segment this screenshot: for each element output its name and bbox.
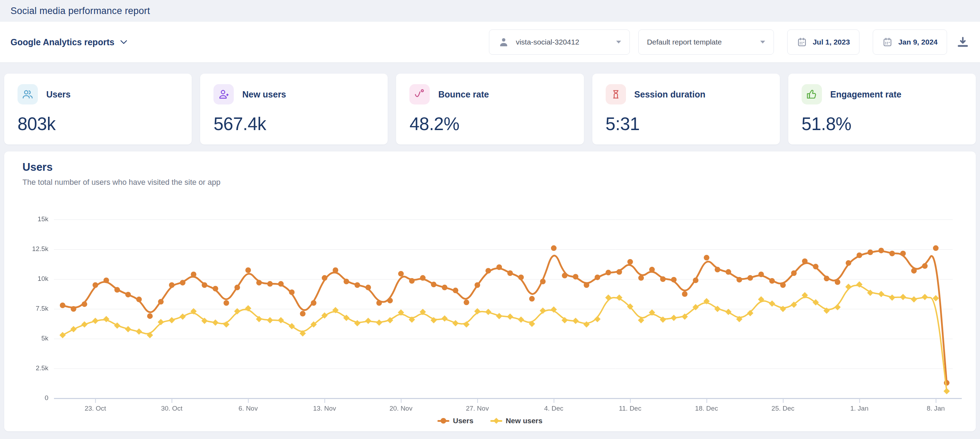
template-select-value: Default report template: [647, 38, 722, 46]
chevron-down-icon: [120, 40, 127, 45]
calendar-icon: [882, 37, 893, 47]
page-title: Social media performance report: [11, 6, 150, 16]
report-type-label: Google Analytics reports: [11, 37, 114, 47]
kpi-label: New users: [242, 89, 286, 100]
chart-legend: Users New users: [4, 417, 976, 425]
users-chart-panel: Users The total number of users who have…: [4, 152, 976, 431]
date-to-input[interactable]: Jan 9, 2024: [873, 29, 947, 55]
account-select-value: vista-social-320412: [516, 38, 579, 46]
kpi-label: Engagement rate: [830, 89, 902, 100]
kpi-value: 567.4k: [213, 113, 374, 134]
report-type-dropdown[interactable]: Google Analytics reports: [11, 37, 127, 47]
kpi-value: 5:31: [606, 113, 767, 134]
toolbar: Google Analytics reports vista-social-32…: [0, 22, 980, 62]
users-line-chart[interactable]: [4, 208, 976, 415]
new-users-series-marker: [490, 420, 502, 422]
kpi-card-new-users: New users 567.4k: [200, 73, 388, 144]
kpi-value: 51.8%: [802, 113, 963, 134]
date-to-value: Jan 9, 2024: [898, 38, 938, 46]
account-select[interactable]: vista-social-320412: [489, 29, 630, 55]
hourglass-icon: [606, 84, 626, 104]
calendar-icon: [797, 37, 807, 47]
kpi-cards-row: Users 803k New users 567.4k: [4, 73, 976, 144]
users-icon: [18, 84, 38, 104]
app-header: Social media performance report: [0, 0, 980, 22]
caret-down-icon: [760, 41, 765, 43]
kpi-label: Users: [46, 89, 71, 100]
bounce-icon: [409, 84, 430, 104]
thumbs-up-icon: [802, 84, 822, 104]
kpi-label: Bounce rate: [438, 89, 488, 100]
kpi-label: Session duration: [635, 89, 706, 100]
person-icon: [498, 36, 510, 48]
caret-down-icon: [616, 41, 621, 43]
date-from-value: Jul 1, 2023: [813, 38, 850, 46]
users-series-marker: [438, 420, 449, 422]
user-plus-icon: [213, 84, 234, 104]
legend-item-users[interactable]: Users: [438, 417, 473, 425]
download-icon: [956, 35, 969, 49]
template-select[interactable]: Default report template: [638, 29, 774, 55]
download-button[interactable]: [956, 35, 969, 49]
legend-item-new-users[interactable]: New users: [490, 417, 542, 425]
kpi-card-bounce-rate: Bounce rate 48.2%: [396, 73, 584, 144]
kpi-card-users: Users 803k: [4, 73, 192, 144]
kpi-value: 803k: [18, 113, 178, 134]
kpi-card-session-duration: Session duration 5:31: [592, 73, 780, 144]
chart-title: Users: [4, 161, 976, 174]
chart-subtitle: The total number of users who have visit…: [4, 177, 976, 187]
kpi-value: 48.2%: [409, 113, 570, 134]
kpi-card-engagement-rate: Engagement rate 51.8%: [788, 73, 976, 144]
date-from-input[interactable]: Jul 1, 2023: [787, 29, 859, 55]
